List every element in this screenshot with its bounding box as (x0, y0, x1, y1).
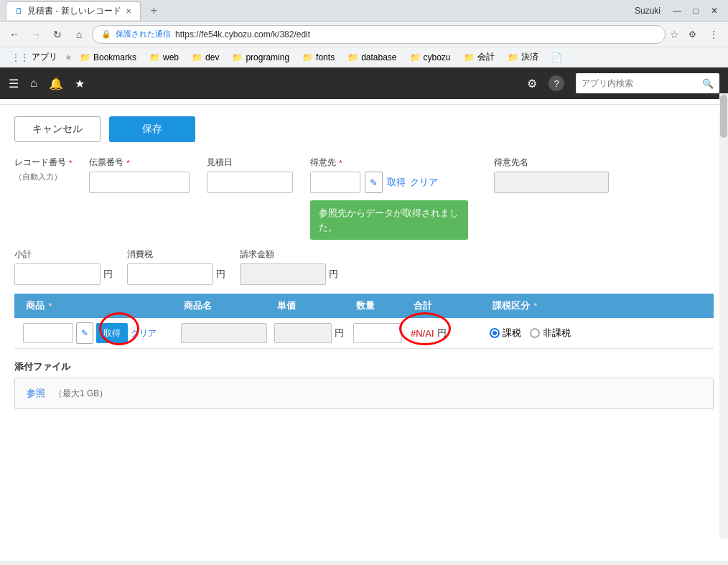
folder-icon-database: 📁 (347, 52, 358, 62)
help-icon[interactable]: ? (549, 75, 564, 91)
voucher-label: 伝票番号 (89, 157, 123, 169)
record-number-field: レコード番号 * （自動入力） (14, 157, 72, 182)
bookmark-bookmarks[interactable]: 📁 Bookmarks (74, 51, 142, 64)
invoice-yen: 円 (329, 268, 338, 281)
bookmark-kaikei-label: 会計 (477, 51, 495, 63)
tax-radio-taxed[interactable]: 課税 (490, 327, 521, 340)
clear-customer-button[interactable]: クリア (410, 176, 438, 189)
bookmark-web-label: web (163, 52, 179, 62)
folder-icon-kesai: 📁 (508, 52, 518, 62)
save-button[interactable]: 保存 (109, 116, 195, 142)
bookmark-dev[interactable]: 📁 dev (186, 51, 225, 64)
bookmark-database[interactable]: 📁 database (342, 51, 402, 64)
new-tab-button[interactable]: + (146, 1, 162, 20)
url-text: https://fe54k.cybozu.com/k/382/edit (175, 29, 310, 39)
get-customer-button[interactable]: 取得 (387, 176, 406, 189)
tax-input[interactable]: 0 (127, 263, 213, 285)
voucher-input[interactable] (89, 172, 190, 193)
reload-button[interactable]: ↻ (49, 26, 66, 43)
th-quantity: 数量 (350, 299, 408, 312)
tax-radio-exempt[interactable]: 非課税 (530, 327, 571, 340)
td-total: #N/AI 円 (408, 327, 487, 340)
required-star-voucher: * (126, 159, 129, 167)
address-bar-input[interactable]: 🔒 保護された通信 https://fe54k.cybozu.com/k/382… (92, 25, 666, 44)
tax-radio-exempt-label: 非課税 (543, 327, 571, 340)
star-nav-icon[interactable]: ★ (75, 77, 85, 90)
file-icon: 📄 (551, 52, 562, 62)
th-total: 合計 (408, 299, 487, 312)
product-edit-icon-btn[interactable]: ✎ (76, 322, 93, 344)
hamburger-icon[interactable]: ☰ (9, 77, 19, 90)
folder-icon-dev: 📁 (192, 52, 202, 62)
tab-close-btn[interactable]: ✕ (126, 7, 131, 15)
bookmark-star-button[interactable]: ☆ (670, 29, 679, 40)
estimate-date-input[interactable]: 2018-08-23 (207, 172, 293, 193)
customer-name-label: 得意先名 (494, 157, 528, 169)
bookmark-apps[interactable]: ⋮⋮ アプリ (6, 50, 63, 65)
scrollbar[interactable] (719, 93, 728, 538)
customer-name-field: 得意先名 ベルモール宇都宮 (494, 157, 609, 193)
total-value: #N/AI (411, 328, 434, 339)
forward-button[interactable]: → (27, 26, 45, 43)
bookmark-programing[interactable]: 📁 programing (226, 51, 295, 64)
td-tax-class: 課税 非課税 (487, 327, 708, 340)
clear-product-button[interactable]: クリア (131, 327, 157, 340)
quantity-input[interactable] (353, 323, 402, 343)
product-name-input (181, 323, 267, 343)
tax-label: 消費税 (127, 248, 225, 261)
scrollbar-thumb[interactable] (720, 95, 727, 138)
attachment-box: 参照 （最大1 GB） (14, 378, 714, 409)
td-product: ✎ 取得 クリア (20, 322, 178, 344)
bookmark-cybozu[interactable]: 📁 cybozu (404, 51, 457, 64)
customer-input[interactable]: 102 (310, 172, 360, 193)
invoice-field: 請求金額 0 円 (240, 248, 338, 285)
table-row: ✎ 取得 クリア 円 #N/A (14, 318, 714, 349)
maximize-button[interactable]: □ (688, 3, 704, 19)
bookmark-fonts[interactable]: 📁 fonts (297, 51, 340, 64)
product-input[interactable] (23, 323, 73, 343)
record-number-label: レコード番号 (14, 157, 66, 169)
folder-icon-fonts: 📁 (302, 52, 313, 62)
menu-button[interactable]: ⋮ (705, 26, 722, 43)
tax-yen: 円 (216, 268, 225, 281)
browser-tab[interactable]: 🗒 見積書 - 新しいレコード ✕ (6, 1, 141, 20)
record-number-sublabel: （自動入力） (14, 172, 72, 182)
td-quantity (350, 323, 408, 343)
td-unit-price: 円 (271, 323, 350, 343)
required-star-customer: * (339, 159, 342, 167)
home-button[interactable]: ⌂ (70, 26, 88, 43)
app-search-input[interactable] (582, 78, 698, 88)
search-icon[interactable]: 🔍 (702, 78, 714, 89)
home-icon[interactable]: ⌂ (30, 77, 37, 90)
bookmark-kaikei[interactable]: 📁 会計 (458, 50, 500, 65)
gear-icon[interactable]: ⚙ (527, 77, 537, 90)
bookmark-programing-label: programing (246, 52, 289, 62)
bell-icon[interactable]: 🔔 (49, 77, 63, 90)
cancel-button[interactable]: キャンセル (14, 116, 101, 142)
close-button[interactable]: ✕ (706, 3, 722, 19)
th-unit-price: 単価 (271, 299, 350, 312)
secure-label: 保護された通信 (116, 29, 171, 39)
customer-name-input: ベルモール宇都宮 (494, 172, 609, 193)
get-product-button[interactable]: 取得 (96, 323, 128, 343)
customer-edit-icon-btn[interactable]: ✎ (365, 172, 383, 193)
bookmark-kesai-label: 決済 (521, 51, 538, 63)
back-button[interactable]: ← (6, 26, 23, 43)
subtotal-yen: 円 (103, 268, 113, 281)
bookmark-database-label: database (361, 52, 396, 62)
tab-icon: 🗒 (15, 6, 23, 15)
total-yen: 円 (437, 327, 447, 340)
extensions-button[interactable]: ⚙ (683, 26, 701, 43)
attachment-label: 添付ファイル (14, 360, 714, 373)
bookmark-kesai[interactable]: 📁 決済 (502, 50, 544, 65)
estimate-date-label: 見積日 (207, 157, 233, 169)
subtotal-label: 小計 (14, 248, 113, 261)
invoice-input: 0 (240, 263, 326, 285)
invoice-label: 請求金額 (240, 248, 338, 261)
bookmark-web[interactable]: 📁 web (144, 51, 185, 64)
subtotal-input[interactable]: 0 (14, 263, 101, 285)
folder-icon-cybozu: 📁 (410, 52, 421, 62)
bookmark-file[interactable]: 📄 (546, 51, 568, 64)
minimize-button[interactable]: — (669, 3, 685, 19)
attach-ref-link[interactable]: 参照 (27, 387, 45, 400)
